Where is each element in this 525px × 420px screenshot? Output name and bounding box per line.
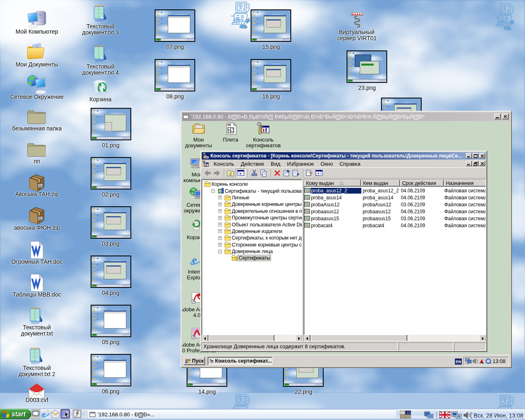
svg-text:?: ? <box>309 171 313 177</box>
